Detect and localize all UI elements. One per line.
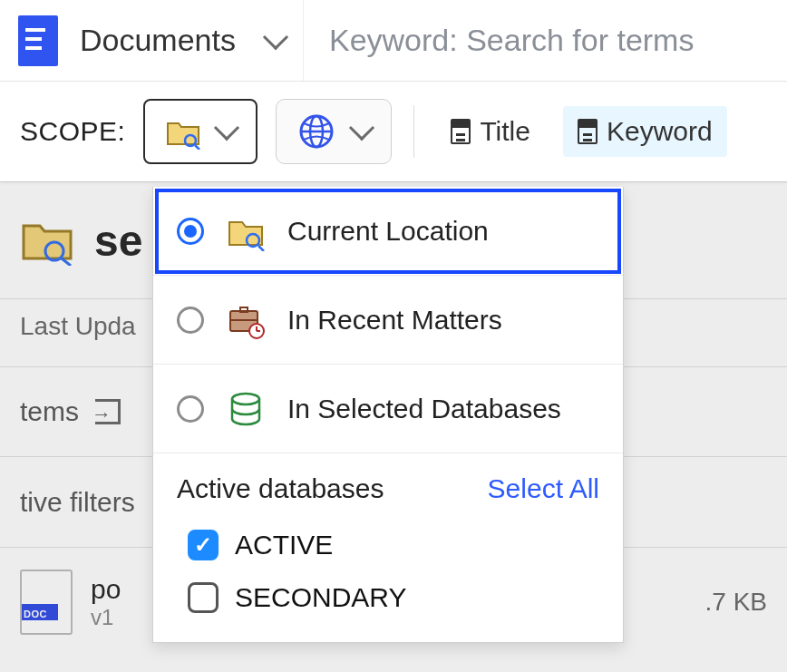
section-title: Active databases xyxy=(177,473,384,504)
export-icon[interactable] xyxy=(95,399,121,424)
items-label: tems xyxy=(20,396,79,427)
svg-point-15 xyxy=(232,394,259,404)
active-databases-section: Active databases Select All ACTIVE SECON… xyxy=(153,453,623,642)
search-mode-keyword[interactable]: Keyword xyxy=(563,106,727,157)
search-placeholder: Keyword: Search for terms xyxy=(329,23,694,58)
page-icon xyxy=(578,119,598,144)
radio-unchecked-icon xyxy=(177,395,204,423)
svg-line-8 xyxy=(258,246,264,251)
briefcase-clock-icon xyxy=(226,300,266,340)
doc-file-icon xyxy=(20,570,73,635)
scope-bar: SCOPE: Title Keyword xyxy=(0,82,787,181)
checkbox-unchecked-icon[interactable] xyxy=(188,582,219,613)
option-label: Current Location xyxy=(287,216,489,247)
scope-location-button[interactable] xyxy=(143,99,257,164)
search-term-prefix: se xyxy=(94,216,142,266)
svg-line-1 xyxy=(195,145,199,150)
option-label: In Selected Databases xyxy=(287,394,561,424)
folder-search-icon xyxy=(165,113,201,150)
filters-label: tive filters xyxy=(20,487,135,518)
scope-option-current-location[interactable]: Current Location xyxy=(153,187,623,276)
scope-dropdown: Current Location In Recent Matters In S xyxy=(152,187,624,643)
database-name: SECONDARY xyxy=(235,582,407,613)
radio-checked-icon xyxy=(177,218,204,245)
chevron-down-icon xyxy=(214,115,239,141)
database-option-active[interactable]: ACTIVE xyxy=(177,519,599,571)
scope-option-recent-matters[interactable]: In Recent Matters xyxy=(153,276,623,365)
folder-search-icon xyxy=(226,211,266,251)
database-name: ACTIVE xyxy=(235,530,333,560)
top-bar: Documents Keyword: Search for terms xyxy=(0,0,787,82)
scope-global-button[interactable] xyxy=(276,99,392,164)
database-icon xyxy=(226,389,266,429)
scope-label: SCOPE: xyxy=(20,116,125,147)
search-mode-title[interactable]: Title xyxy=(436,106,545,157)
globe-icon xyxy=(296,112,336,151)
search-input[interactable]: Keyword: Search for terms xyxy=(303,0,787,81)
file-version: v1 xyxy=(91,605,121,630)
category-label: Documents xyxy=(80,23,236,58)
database-option-secondary[interactable]: SECONDARY xyxy=(177,571,599,624)
file-size: .7 KB xyxy=(705,588,767,617)
chevron-down-icon xyxy=(263,24,288,49)
chip-label: Keyword xyxy=(607,116,713,147)
option-label: In Recent Matters xyxy=(287,305,502,336)
svg-rect-10 xyxy=(240,307,248,312)
category-selector[interactable]: Documents xyxy=(0,0,303,81)
checkbox-checked-icon[interactable] xyxy=(188,530,219,560)
folder-search-icon xyxy=(20,215,74,266)
divider xyxy=(413,105,414,158)
select-all-link[interactable]: Select All xyxy=(488,473,599,504)
page-icon xyxy=(451,119,471,144)
scope-option-selected-databases[interactable]: In Selected Databases xyxy=(153,365,623,453)
chip-label: Title xyxy=(480,116,530,147)
radio-unchecked-icon xyxy=(177,307,204,334)
document-icon xyxy=(18,15,58,66)
chevron-down-icon xyxy=(349,115,374,141)
file-name: po xyxy=(91,574,121,605)
